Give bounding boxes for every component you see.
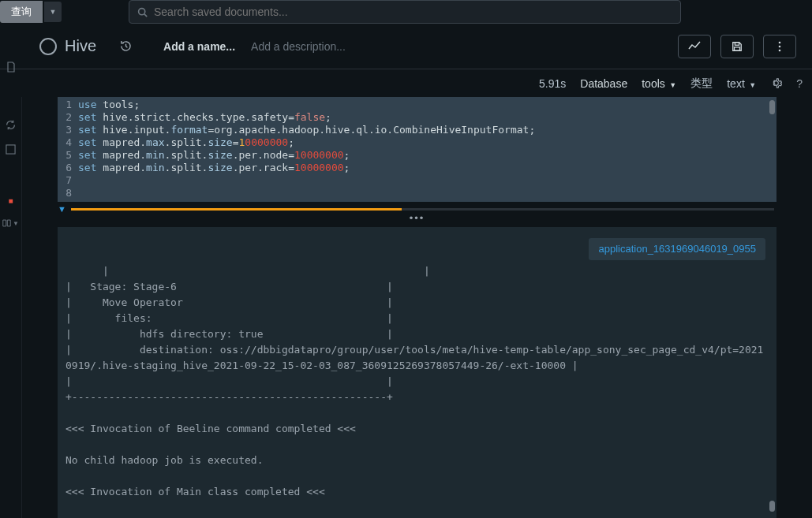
search-icon — [137, 7, 148, 17]
svg-point-4 — [779, 41, 781, 43]
svg-rect-7 — [6, 145, 15, 154]
editor-scrollbar[interactable] — [769, 100, 775, 114]
database-label: Database — [580, 77, 627, 90]
add-description-field[interactable]: Add a description... — [251, 40, 346, 53]
book-toggle[interactable]: ▼ — [2, 219, 19, 227]
search-box[interactable] — [129, 0, 681, 24]
search-input[interactable] — [154, 6, 672, 18]
more-button[interactable] — [763, 35, 796, 58]
progress-fill — [71, 208, 402, 211]
output-panel[interactable]: application_1631969046019_0955 | | | Sta… — [58, 227, 776, 518]
stop-icon[interactable]: ■ — [8, 196, 13, 205]
application-link[interactable]: application_1631969046019_0955 — [589, 238, 765, 260]
execution-time: 5.91s — [539, 77, 566, 90]
type-label: 类型 — [690, 76, 713, 91]
svg-rect-2 — [735, 42, 739, 45]
page-title: Hive — [65, 37, 96, 55]
svg-point-0 — [139, 8, 145, 14]
box-icon[interactable] — [6, 144, 16, 155]
hive-logo-icon — [39, 38, 57, 55]
chart-button[interactable] — [678, 35, 711, 58]
gear-icon[interactable] — [770, 77, 782, 89]
document-icon[interactable] — [6, 61, 16, 73]
help-icon[interactable]: ? — [796, 77, 803, 90]
code-content[interactable]: use tools; set hive.strict.checks.type.s… — [75, 97, 535, 202]
line-gutter: 12345678 — [58, 97, 75, 202]
tab-dropdown[interactable]: ▼ — [44, 2, 62, 22]
progress-bar — [71, 208, 774, 211]
svg-rect-3 — [735, 47, 740, 50]
add-name-field[interactable]: Add a name... — [163, 40, 235, 53]
type-selector[interactable]: text ▼ — [727, 77, 756, 90]
save-button[interactable] — [720, 35, 754, 58]
refresh-icon[interactable] — [6, 120, 16, 130]
svg-point-6 — [779, 49, 781, 51]
output-scrollbar[interactable] — [769, 501, 775, 512]
database-selector[interactable]: tools ▼ — [642, 77, 676, 90]
code-editor[interactable]: 12345678 use tools; set hive.strict.chec… — [58, 97, 776, 202]
svg-point-5 — [779, 45, 781, 47]
query-tab[interactable]: 查询 — [0, 1, 43, 23]
history-icon[interactable] — [120, 40, 132, 52]
output-text: | | | Stage: Stage-6 | | Move Operator |… — [65, 265, 763, 518]
collapse-toggle[interactable]: ▼ — [58, 204, 66, 214]
svg-line-1 — [144, 13, 147, 16]
resize-handle[interactable]: ••• — [22, 216, 812, 225]
